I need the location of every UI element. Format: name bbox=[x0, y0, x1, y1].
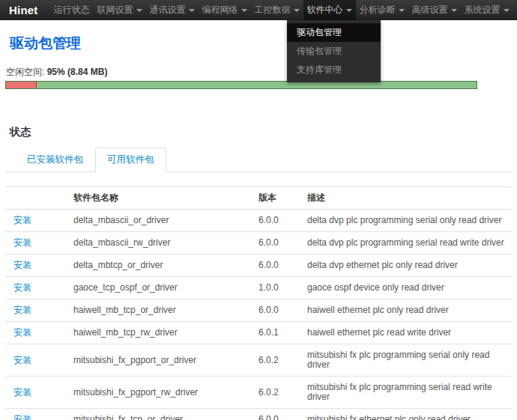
package-tabs: 已安装软件包 可用软件包 bbox=[5, 147, 512, 172]
install-link[interactable]: 安装 bbox=[13, 215, 31, 225]
dropdown-item-driver-package-mgmt[interactable]: 驱动包管理 bbox=[287, 23, 381, 42]
free-space-label: 空闲空间: 95% (8.84 MB) bbox=[6, 66, 512, 79]
nav-item-advanced-settings[interactable]: 高级设置 bbox=[408, 0, 461, 22]
col-header-name: 软件包名称 bbox=[73, 187, 258, 210]
col-header-description: 描述 bbox=[307, 187, 512, 210]
table-row: 安装 mitsubishi_fx_tcp_or_driver 6.0.0 mit… bbox=[5, 409, 512, 420]
tab-available-packages[interactable]: 可用软件包 bbox=[95, 147, 166, 172]
package-version: 6.0.0 bbox=[258, 299, 307, 322]
chevron-down-icon bbox=[294, 9, 300, 12]
nav-item-logout[interactable]: 退出 bbox=[513, 0, 517, 22]
page-content: 驱动包管理 空闲空间: 95% (8.84 MB) 状态 已安装软件包 可用软件… bbox=[0, 34, 517, 420]
table-row: 安装 haiwell_mb_tcp_rw_driver 6.0.1 haiwel… bbox=[5, 322, 512, 344]
chevron-down-icon bbox=[399, 9, 405, 12]
package-description: haiwell ethernet plc only read driver bbox=[307, 299, 512, 322]
nav-item-label: 工控数据 bbox=[255, 4, 291, 16]
package-name: gaoce_tcp_ospf_or_driver bbox=[73, 277, 258, 299]
chevron-down-icon bbox=[451, 9, 457, 12]
package-description: delta dvp plc programming serial only re… bbox=[307, 210, 512, 232]
package-version: 6.0.0 bbox=[258, 409, 307, 420]
install-link[interactable]: 安装 bbox=[13, 387, 31, 398]
package-name: mitsubishi_fx_pgport_rw_driver bbox=[73, 377, 258, 409]
used-space-segment bbox=[6, 82, 37, 88]
package-description: delta dvp ethernet plc only read driver bbox=[307, 255, 512, 277]
nav-item-network-settings[interactable]: 联网设置 bbox=[94, 0, 146, 22]
col-header-version: 版本 bbox=[258, 187, 307, 210]
table-header-row: 软件包名称 版本 描述 bbox=[5, 187, 512, 210]
chevron-down-icon bbox=[346, 9, 352, 12]
status-section-heading: 状态 bbox=[10, 126, 512, 139]
install-link[interactable]: 安装 bbox=[13, 327, 31, 338]
nav-item-label: 运行状态 bbox=[54, 4, 90, 16]
install-link[interactable]: 安装 bbox=[13, 355, 31, 365]
package-version: 6.0.1 bbox=[258, 322, 307, 344]
nav-item-label: 通讯设置 bbox=[150, 4, 186, 16]
nav-item-label: 分析诊断 bbox=[360, 4, 396, 16]
package-version: 6.0.0 bbox=[258, 232, 307, 255]
package-name: mitsubishi_fx_tcp_or_driver bbox=[73, 409, 258, 420]
package-name: delta_mbtcp_or_driver bbox=[73, 255, 258, 277]
col-header-install bbox=[5, 187, 73, 210]
nav-item-analysis-diagnosis[interactable]: 分析诊断 bbox=[356, 0, 408, 22]
table-row: 安装 delta_mbascii_or_driver 6.0.0 delta d… bbox=[5, 210, 512, 232]
package-description: delta dvp plc programming serial read wr… bbox=[307, 232, 512, 255]
software-center-dropdown: 驱动包管理 传输包管理 支持库管理 bbox=[287, 20, 381, 82]
table-row: 安装 delta_mbascii_rw_driver 6.0.0 delta d… bbox=[5, 232, 512, 255]
install-link[interactable]: 安装 bbox=[13, 282, 31, 293]
package-description: mitsubishi fx plc programming serial rea… bbox=[307, 377, 512, 409]
nav-item-industrial-data[interactable]: 工控数据 bbox=[251, 0, 303, 22]
package-description: gaoce ospf device only read driver bbox=[307, 277, 512, 299]
chevron-down-icon bbox=[504, 9, 510, 12]
dropdown-item-transfer-package-mgmt[interactable]: 传输包管理 bbox=[287, 42, 381, 61]
package-table-wrap: 软件包名称 版本 描述 安装 delta_mbascii_or_driver 6… bbox=[5, 186, 512, 420]
tab-installed-packages[interactable]: 已安装软件包 bbox=[15, 147, 95, 172]
package-version: 6.0.0 bbox=[258, 210, 307, 232]
table-row: 安装 mitsubishi_fx_pgport_rw_driver 6.0.2 … bbox=[5, 377, 512, 409]
install-link[interactable]: 安装 bbox=[13, 237, 31, 248]
nav-item-label: 高级设置 bbox=[412, 4, 448, 16]
table-row: 安装 gaoce_tcp_ospf_or_driver 1.0.0 gaoce … bbox=[5, 277, 512, 299]
package-name: mitsubishi_fx_pgport_or_driver bbox=[73, 344, 258, 377]
nav-item-label: 编程网络 bbox=[202, 4, 238, 16]
package-name: haiwell_mb_tcp_rw_driver bbox=[73, 322, 258, 344]
top-navbar: Hinet 运行状态 联网设置 通讯设置 编程网络 工控数据 软件中心 分析诊断… bbox=[0, 0, 517, 20]
package-description: mitsubishi fx ethernet plc only read dri… bbox=[307, 409, 512, 420]
chevron-down-icon bbox=[136, 9, 142, 12]
free-space-progressbar bbox=[5, 81, 477, 89]
package-name: delta_mbascii_rw_driver bbox=[73, 232, 258, 255]
free-space-caption: 空闲空间: bbox=[6, 67, 44, 77]
nav-item-system-settings[interactable]: 系统设置 bbox=[461, 0, 513, 22]
package-version: 6.0.2 bbox=[258, 344, 307, 377]
nav-item-comm-settings[interactable]: 通讯设置 bbox=[146, 0, 199, 22]
package-version: 6.0.0 bbox=[258, 255, 307, 277]
dropdown-item-support-library-mgmt[interactable]: 支持库管理 bbox=[287, 61, 381, 79]
nav-item-programming-network[interactable]: 编程网络 bbox=[199, 0, 251, 22]
package-description: haiwell ethernet plc read write driver bbox=[307, 322, 512, 344]
package-table: 软件包名称 版本 描述 安装 delta_mbascii_or_driver 6… bbox=[5, 186, 512, 420]
nav-item-label: 软件中心 bbox=[307, 4, 343, 16]
brand-logo[interactable]: Hinet bbox=[9, 4, 38, 16]
package-description: mitsubishi fx plc programming serial onl… bbox=[307, 344, 512, 377]
chevron-down-icon bbox=[241, 9, 247, 12]
install-link[interactable]: 安装 bbox=[13, 260, 31, 270]
table-row: 安装 haiwell_mb_tcp_or_driver 6.0.0 haiwel… bbox=[5, 299, 512, 322]
page-title: 驱动包管理 bbox=[10, 34, 512, 53]
package-version: 6.0.2 bbox=[258, 377, 307, 409]
package-version: 1.0.0 bbox=[258, 277, 307, 299]
nav-item-software-center[interactable]: 软件中心 bbox=[303, 0, 356, 22]
chevron-down-icon bbox=[189, 9, 195, 12]
table-row: 安装 delta_mbtcp_or_driver 6.0.0 delta dvp… bbox=[5, 255, 512, 277]
nav-item-label: 系统设置 bbox=[465, 4, 501, 16]
install-link[interactable]: 安装 bbox=[13, 305, 31, 315]
table-row: 安装 mitsubishi_fx_pgport_or_driver 6.0.2 … bbox=[5, 344, 512, 377]
nav-item-running-status[interactable]: 运行状态 bbox=[50, 0, 94, 22]
install-link[interactable]: 安装 bbox=[13, 414, 31, 420]
package-name: haiwell_mb_tcp_or_driver bbox=[73, 299, 258, 322]
nav-item-label: 联网设置 bbox=[97, 4, 133, 16]
package-name: delta_mbascii_or_driver bbox=[73, 210, 258, 232]
free-space-value: 95% (8.84 MB) bbox=[47, 67, 108, 77]
